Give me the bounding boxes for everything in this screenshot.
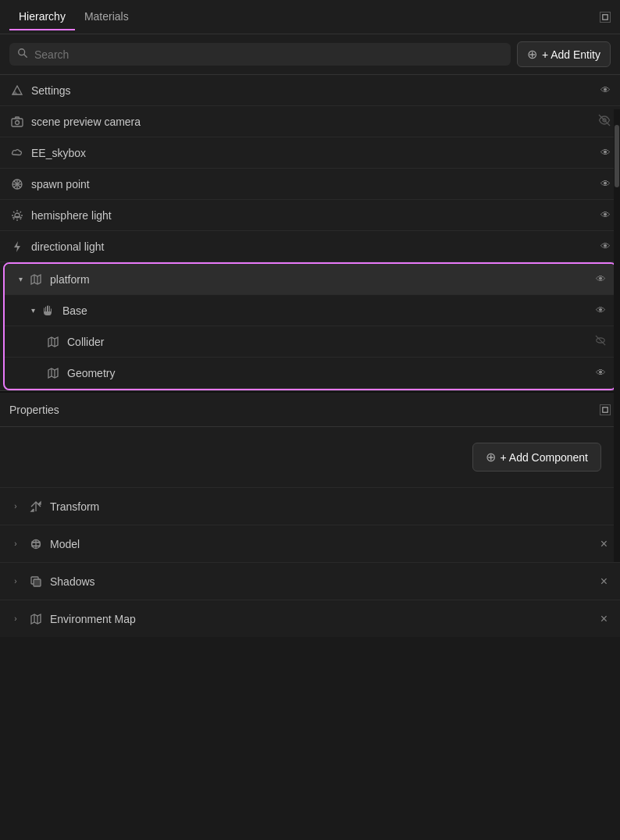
hierarchy-item-geometry[interactable]: Geometry 👁	[5, 358, 615, 389]
visibility-icon-hemi-light[interactable]: 👁	[600, 209, 611, 221]
chevron-right-icon-transform: ›	[9, 500, 22, 513]
item-label-platform: platform	[50, 273, 596, 286]
item-label-geometry: Geometry	[67, 367, 596, 379]
search-bar: ⊕ + Add Entity	[0, 34, 620, 75]
add-component-row: ⊕ + Add Component	[0, 427, 620, 487]
properties-title: Properties	[9, 404, 59, 416]
top-panel: Hierarchy Materials ⊕ + Add	[0, 0, 620, 391]
shadows-icon	[28, 574, 44, 589]
visibility-icon-collider[interactable]	[595, 335, 606, 348]
scrollbar-track	[614, 109, 620, 562]
svg-line-20	[20, 212, 22, 213]
hierarchy-item-platform[interactable]: ▾ platform 👁	[5, 264, 615, 295]
add-component-button[interactable]: ⊕ + Add Component	[472, 443, 601, 472]
hierarchy-item-base[interactable]: ▾ Base 👁	[5, 295, 615, 326]
svg-marker-39	[31, 614, 41, 624]
visibility-icon-geometry[interactable]: 👁	[596, 367, 606, 379]
prop-row-environment-map[interactable]: › Environment Map ×	[0, 600, 620, 637]
sun-icon	[9, 208, 25, 223]
map-icon-platform	[28, 272, 44, 287]
svg-point-6	[16, 120, 20, 124]
map-icon-geometry	[45, 365, 61, 381]
hierarchy-item-settings[interactable]: Settings 👁	[0, 75, 620, 106]
add-component-plus-icon: ⊕	[486, 450, 496, 464]
svg-marker-30	[48, 368, 58, 378]
chevron-right-icon-model: ›	[9, 538, 22, 550]
hierarchy-item-skybox[interactable]: EE_skybox 👁	[0, 137, 620, 169]
aperture-icon	[9, 176, 25, 192]
scrollbar-thumb[interactable]	[615, 125, 619, 187]
svg-marker-26	[48, 337, 58, 347]
svg-marker-22	[14, 241, 20, 252]
svg-line-2	[24, 55, 27, 58]
hierarchy-item-camera[interactable]: scene preview camera	[0, 106, 620, 137]
remove-shadows-button[interactable]: ×	[597, 571, 611, 592]
svg-rect-0	[603, 14, 608, 19]
tab-materials[interactable]: Materials	[75, 4, 138, 30]
item-label-dir-light: directional light	[31, 240, 600, 253]
hierarchy-item-collider[interactable]: Collider	[5, 326, 615, 358]
chevron-right-icon-shadows: ›	[9, 575, 22, 588]
prop-row-model[interactable]: › Model ×	[0, 525, 620, 562]
properties-header: Properties	[0, 393, 620, 427]
search-icon	[17, 48, 28, 61]
item-label-camera: scene preview camera	[31, 116, 598, 128]
mountain-icon	[9, 83, 25, 98]
item-label-base: Base	[62, 304, 596, 317]
add-entity-plus-icon: ⊕	[527, 47, 537, 62]
svg-line-19	[20, 218, 22, 219]
bolt-icon	[9, 239, 25, 254]
visibility-icon-dir-light[interactable]: 👁	[600, 240, 611, 252]
cloud-icon	[9, 145, 25, 161]
hand-icon	[41, 303, 56, 319]
selected-group: ▾ platform 👁 ▾	[3, 262, 617, 390]
model-icon	[28, 536, 44, 552]
maximize-button[interactable]	[600, 12, 611, 23]
hierarchy-item-hemi-light[interactable]: hemisphere light 👁	[0, 200, 620, 231]
chevron-down-icon-base: ▾	[27, 304, 39, 317]
hierarchy-list: Settings 👁 scene preview camera	[0, 75, 620, 390]
remove-model-button[interactable]: ×	[597, 534, 611, 554]
window-controls	[600, 12, 611, 23]
prop-row-transform[interactable]: › Transform	[0, 487, 620, 525]
item-label-skybox: EE_skybox	[31, 147, 600, 159]
prop-label-transform: Transform	[50, 500, 611, 513]
svg-marker-23	[31, 275, 41, 284]
visibility-icon-base[interactable]: 👁	[596, 304, 606, 316]
search-wrapper	[9, 43, 511, 66]
visibility-icon-camera[interactable]	[598, 114, 611, 129]
svg-rect-33	[603, 407, 608, 411]
add-entity-button[interactable]: ⊕ + Add Entity	[517, 41, 611, 67]
item-label-collider: Collider	[67, 336, 595, 348]
item-label-hemi-light: hemisphere light	[31, 209, 600, 222]
svg-line-18	[13, 212, 15, 213]
prop-row-shadows[interactable]: › Shadows ×	[0, 562, 620, 600]
tab-hierarchy[interactable]: Hierarchy	[9, 4, 75, 30]
chevron-right-icon-env-map: ›	[9, 613, 22, 625]
visibility-icon-platform[interactable]: 👁	[596, 273, 606, 285]
tab-bar: Hierarchy Materials	[0, 0, 620, 34]
hierarchy-item-spawn[interactable]: spawn point 👁	[0, 169, 620, 200]
svg-rect-38	[34, 579, 41, 586]
visibility-icon-settings[interactable]: 👁	[600, 84, 611, 96]
item-label-settings: Settings	[31, 84, 600, 97]
hierarchy-item-dir-light[interactable]: directional light 👁	[0, 231, 620, 262]
search-input[interactable]	[34, 48, 503, 61]
camera-icon	[9, 114, 25, 130]
prop-label-env-map: Environment Map	[50, 613, 597, 625]
item-label-spawn: spawn point	[31, 178, 600, 190]
map-icon-collider	[45, 334, 61, 350]
visibility-icon-spawn[interactable]: 👁	[600, 178, 611, 190]
remove-env-map-button[interactable]: ×	[597, 609, 611, 629]
properties-panel: Properties ⊕ + Add Component › Transf	[0, 393, 620, 637]
environment-map-icon	[28, 611, 44, 627]
svg-line-21	[13, 218, 15, 219]
svg-marker-4	[12, 91, 18, 94]
visibility-icon-skybox[interactable]: 👁	[600, 147, 611, 158]
properties-maximize-button[interactable]	[600, 404, 611, 415]
prop-label-shadows: Shadows	[50, 575, 597, 588]
chevron-down-icon: ▾	[14, 273, 27, 286]
prop-label-model: Model	[50, 538, 597, 550]
transform-icon	[28, 499, 44, 514]
svg-rect-5	[12, 119, 23, 126]
